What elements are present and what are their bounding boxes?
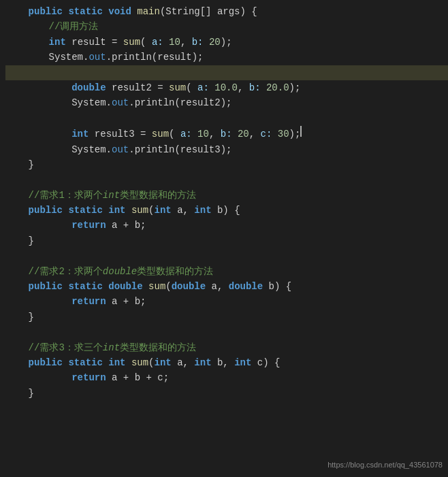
code-line-18: //需求2：求两个double类型数据和的方法	[5, 264, 448, 279]
code-line-23: //需求3：求三个int类型数据和的方法	[5, 340, 448, 355]
code-line-7: System.out.println(result2);	[5, 95, 448, 110]
code-line-19: public static double sum(double a, doubl…	[5, 279, 448, 294]
code-line-6: double result2 = sum( a: 10.0, b: 20.0);	[5, 80, 448, 95]
code-line-25: return a + b + c;	[5, 370, 448, 385]
code-line-2: //调用方法	[5, 19, 448, 34]
code-line-1: public static void main(String[] args) {	[5, 4, 448, 19]
code-line-21: }	[5, 310, 448, 325]
code-line-20: return a + b;	[5, 294, 448, 309]
code-line-13: //需求1：求两个int类型数据和的方法	[5, 188, 448, 203]
code-line-10: System.out.println(result3);	[5, 142, 448, 157]
code-line-4: System.out.println(result);	[5, 50, 448, 65]
code-line-11: }	[5, 157, 448, 172]
code-line-17	[5, 248, 448, 263]
code-line-3: int result = sum( a: 10, b: 20);	[5, 35, 448, 50]
code-line-14: public static int sum(int a, int b) {	[5, 203, 448, 218]
code-line-22	[5, 325, 448, 340]
code-line-9: int result3 = sum( a: 10, b: 20, c: 30);	[5, 126, 448, 142]
code-line-8	[5, 111, 448, 126]
watermark: https://blog.csdn.net/qq_43561078	[327, 459, 443, 472]
code-line-24: public static int sum(int a, int b, int …	[5, 355, 448, 370]
code-line-15: return a + b;	[5, 218, 448, 233]
code-line-16: }	[5, 233, 448, 248]
code-line-12	[5, 172, 448, 187]
code-editor: public static void main(String[] args) {…	[0, 0, 448, 477]
code-area: public static void main(String[] args) {…	[0, 0, 448, 405]
code-line-5	[5, 65, 448, 80]
code-line-26: }	[5, 386, 448, 401]
